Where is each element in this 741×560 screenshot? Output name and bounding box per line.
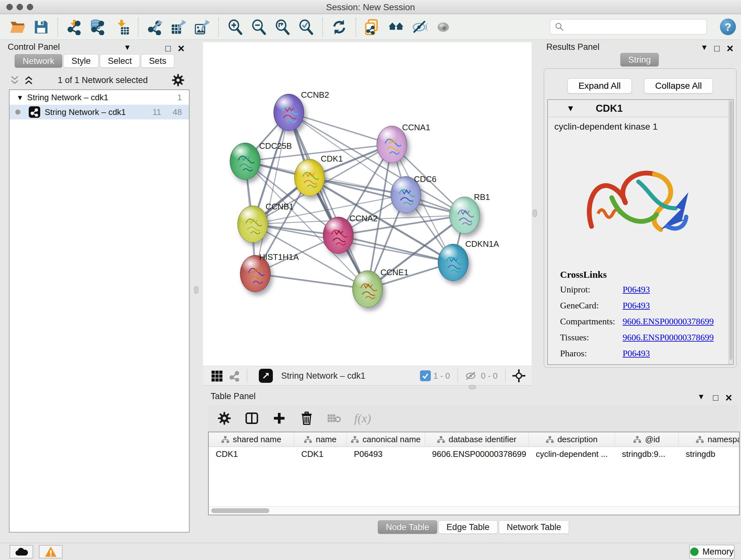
import-network-from-file-button[interactable]	[65, 18, 83, 36]
collection-disclosure-icon[interactable]: ▾	[18, 92, 22, 103]
left-splitter-handle[interactable]	[194, 286, 199, 294]
show-columns-icon[interactable]	[245, 412, 259, 425]
table-panel-menu-icon[interactable]: ▾	[699, 392, 703, 401]
column-header-canonical-name[interactable]: canonical name	[347, 432, 425, 447]
crosslink-label: Compartments:	[560, 316, 623, 327]
import-network-icon	[66, 19, 82, 35]
table-options-gear-icon[interactable]	[217, 412, 232, 425]
expand-all-button[interactable]: Expand All	[567, 78, 632, 94]
results-panel-float-icon[interactable]: □	[714, 44, 720, 53]
open-session-button[interactable]	[9, 18, 26, 36]
network-edge[interactable]	[289, 112, 367, 289]
control-panel-menu-icon[interactable]: ▾	[125, 43, 130, 52]
network-node-cdkn1a[interactable]	[438, 244, 468, 281]
gene-header[interactable]: ▼ CDK1	[548, 100, 733, 117]
import-table-from-file-button[interactable]	[113, 18, 131, 36]
results-panel-menu-icon[interactable]: ▾	[702, 43, 706, 52]
hide-selected-button[interactable]	[411, 18, 428, 36]
birdseye-grid-icon[interactable]	[209, 370, 224, 382]
network-row[interactable]: String Network – cdk1 11 48	[10, 105, 189, 119]
column-header--id[interactable]: @id	[615, 432, 679, 447]
network-canvas[interactable]: CCNB2 CCNA1 CDC25B CDK1 CDC6 RB1 CCNB1 C…	[203, 42, 532, 366]
network-share-icon[interactable]	[227, 370, 242, 381]
export-image-button[interactable]	[193, 18, 211, 36]
gene-disclosure-icon[interactable]: ▼	[566, 104, 575, 113]
network-node-ccnb2[interactable]	[273, 94, 304, 131]
expand-all-networks-icon[interactable]	[22, 75, 36, 85]
selected-checkbox[interactable]	[420, 370, 431, 381]
network-node-ccna2[interactable]	[323, 217, 354, 254]
zoom-out-button[interactable]	[250, 18, 268, 36]
first-neighbors-button[interactable]	[387, 18, 405, 36]
crosslink-link[interactable]: P06493	[623, 300, 650, 311]
tab-string[interactable]: String	[620, 53, 659, 66]
tab-node-table[interactable]: Node Table	[378, 520, 437, 534]
tab-edge-table[interactable]: Edge Table	[439, 520, 497, 534]
crosslink-link[interactable]: P06493	[623, 348, 650, 359]
bottom-splitter-handle[interactable]	[468, 385, 476, 389]
copy-style-button[interactable]	[363, 18, 381, 36]
results-tabs: String	[539, 53, 741, 66]
fit-selection-crosshair-icon[interactable]	[511, 369, 527, 383]
network-node-cdk1[interactable]	[294, 159, 325, 196]
table-panel-float-icon[interactable]: □	[713, 393, 718, 402]
collapse-all-button[interactable]: Collapse All	[644, 78, 713, 94]
hidden-counts: 0 - 0	[481, 371, 497, 381]
network-edge[interactable]	[255, 112, 289, 273]
network-list: ▾ String Network – cdk1 1 String Network…	[9, 89, 190, 533]
network-collection-row[interactable]: ▾ String Network – cdk1 1	[10, 90, 189, 105]
houses-icon	[388, 19, 404, 35]
zoom-fit-button[interactable]	[273, 18, 291, 36]
tab-select[interactable]: Select	[100, 54, 140, 68]
export-table-button[interactable]	[170, 18, 187, 36]
create-column-icon[interactable]	[272, 412, 286, 425]
cloud-status-button[interactable]	[10, 545, 33, 558]
window-title: Session: New Session	[0, 2, 741, 12]
results-panel-close-icon[interactable]: ×	[727, 43, 733, 54]
network-node-ccnb1[interactable]	[238, 206, 268, 243]
network-node-ccne1[interactable]	[352, 270, 383, 307]
table-panel-close-icon[interactable]: ×	[725, 392, 732, 403]
network-edge[interactable]	[338, 235, 453, 262]
tab-network-table[interactable]: Network Table	[499, 520, 569, 534]
memory-button[interactable]: Memory	[689, 545, 735, 559]
results-scrollbar[interactable]	[729, 100, 733, 364]
tab-sets[interactable]: Sets	[141, 54, 174, 68]
network-node-cdc25b[interactable]	[230, 143, 260, 180]
right-splitter-handle[interactable]	[533, 209, 537, 217]
zoom-in-button[interactable]	[226, 18, 244, 36]
column-header-description[interactable]: description	[529, 432, 615, 447]
network-options-gear-icon[interactable]	[170, 74, 186, 86]
export-network-button[interactable]	[146, 18, 164, 36]
column-header-database-identifier[interactable]: database identifier	[425, 432, 529, 447]
zoom-selected-button[interactable]	[297, 18, 315, 36]
help-button[interactable]: ?	[720, 18, 736, 35]
crosslink-link[interactable]: 9606.ENSP00000378699	[623, 332, 714, 343]
crosslink-link[interactable]: 9606.ENSP00000378699	[623, 316, 714, 327]
collapse-all-networks-icon[interactable]	[8, 75, 22, 85]
import-network-from-database-button[interactable]	[89, 18, 107, 36]
column-header-shared-name[interactable]: shared name	[209, 432, 294, 447]
network-selection-status: 1 of 1 Network selected	[36, 75, 170, 85]
tab-network[interactable]: Network	[15, 54, 62, 68]
column-header-namespace[interactable]: namespace	[679, 432, 740, 447]
table-toolbar: f(x)	[208, 405, 738, 432]
delete-column-icon[interactable]	[299, 412, 314, 425]
table-row[interactable]: CDK1CDK1P064939606.ENSP00000378699cyclin…	[209, 447, 739, 462]
tab-style[interactable]: Style	[64, 54, 98, 68]
show-all-button[interactable]	[434, 18, 452, 36]
control-panel-float-icon[interactable]: □	[165, 44, 171, 53]
crosslink-link[interactable]: P06493	[623, 285, 650, 295]
table-horizontal-scrollbar[interactable]	[209, 506, 739, 515]
column-header-name[interactable]: name	[294, 432, 347, 447]
network-node-rb1[interactable]	[449, 197, 480, 234]
results-panel-title: Results Panel	[546, 42, 600, 52]
crosslink-row: Compartments:9606.ENSP00000378699	[560, 316, 733, 327]
warnings-button[interactable]	[39, 545, 63, 558]
search-input[interactable]	[567, 20, 706, 33]
save-session-button[interactable]	[32, 18, 50, 36]
network-edge[interactable]	[255, 273, 367, 289]
detach-view-icon[interactable]	[259, 369, 273, 383]
refresh-network-button[interactable]	[330, 18, 348, 36]
control-panel-close-icon[interactable]: ×	[178, 43, 185, 54]
